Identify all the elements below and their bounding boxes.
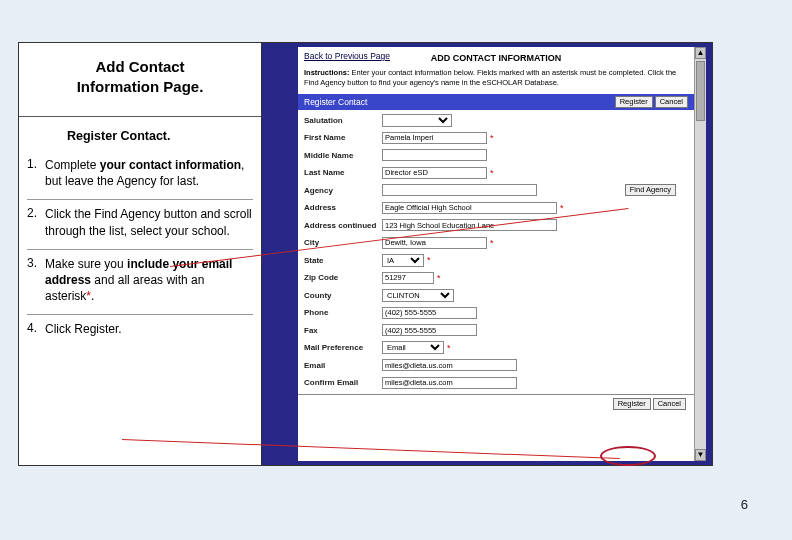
- scroll-thumb[interactable]: [696, 61, 705, 121]
- label-last: Last Name: [304, 168, 382, 177]
- salutation-select[interactable]: [382, 114, 452, 127]
- screenshot-panel: ▲ ▼ Back to Previous Page ADD CONTACT IN…: [262, 43, 712, 465]
- find-agency-button[interactable]: Find Agency: [625, 184, 676, 196]
- state-select[interactable]: IA: [382, 254, 424, 267]
- section-bar: Register Contact Register Cancel: [298, 94, 694, 110]
- step-1: 1. Complete your contact information, bu…: [27, 151, 253, 200]
- agency-field[interactable]: [382, 184, 537, 196]
- label-first: First Name: [304, 133, 382, 142]
- scroll-down-arrow[interactable]: ▼: [695, 449, 706, 461]
- label-phone: Phone: [304, 308, 382, 317]
- last-name-field[interactable]: [382, 167, 487, 179]
- cancel-button-top[interactable]: Cancel: [655, 96, 688, 108]
- instructions-panel: Add ContactInformation Page. Register Co…: [19, 43, 262, 465]
- step-text: Click Register.: [45, 321, 253, 337]
- step-4: 4. Click Register.: [27, 315, 253, 347]
- register-button-bottom[interactable]: Register: [613, 398, 651, 410]
- required-icon: *: [447, 343, 451, 353]
- cancel-button-bottom[interactable]: Cancel: [653, 398, 686, 410]
- page-number: 6: [741, 497, 748, 512]
- section-subhead: Register Contact.: [19, 117, 261, 149]
- label-address2: Address continued: [304, 221, 382, 230]
- label-county: County: [304, 291, 382, 300]
- label-email: Email: [304, 361, 382, 370]
- app-content: Back to Previous Page ADD CONTACT INFORM…: [298, 47, 694, 461]
- label-salutation: Salutation: [304, 116, 382, 125]
- city-field[interactable]: [382, 237, 487, 249]
- phone-field[interactable]: [382, 307, 477, 319]
- required-icon: *: [560, 203, 564, 213]
- email-field[interactable]: [382, 359, 517, 371]
- step-2: 2. Click the Find Agency button and scro…: [27, 200, 253, 249]
- label-state: State: [304, 256, 382, 265]
- label-zip: Zip Code: [304, 273, 382, 282]
- label-mailpref: Mail Preference: [304, 343, 382, 352]
- highlight-circle: [600, 446, 656, 466]
- label-fax: Fax: [304, 326, 382, 335]
- back-link[interactable]: Back to Previous Page: [304, 51, 390, 61]
- step-text: Click the Find Agency button and scroll …: [45, 206, 253, 238]
- scroll-up-arrow[interactable]: ▲: [695, 47, 706, 59]
- steps-list: 1. Complete your contact information, bu…: [19, 149, 261, 348]
- middle-name-field[interactable]: [382, 149, 487, 161]
- title-box: Add ContactInformation Page.: [19, 43, 261, 117]
- browser-window: ▲ ▼ Back to Previous Page ADD CONTACT IN…: [298, 47, 706, 461]
- register-button-top[interactable]: Register: [615, 96, 653, 108]
- required-icon: *: [437, 273, 441, 283]
- footer-buttons: Register Cancel: [298, 394, 694, 413]
- fax-field[interactable]: [382, 324, 477, 336]
- required-icon: *: [490, 168, 494, 178]
- required-icon: *: [427, 255, 431, 265]
- scrollbar[interactable]: ▲ ▼: [694, 47, 706, 461]
- step-number: 2.: [27, 206, 45, 238]
- step-text: Complete your contact information, but l…: [45, 157, 253, 189]
- step-number: 1.: [27, 157, 45, 189]
- label-middle: Middle Name: [304, 151, 382, 160]
- first-name-field[interactable]: [382, 132, 487, 144]
- required-icon: *: [490, 238, 494, 248]
- section-label: Register Contact: [304, 97, 367, 107]
- address-field[interactable]: [382, 202, 557, 214]
- confirm-email-field[interactable]: [382, 377, 517, 389]
- label-agency: Agency: [304, 186, 382, 195]
- zip-field[interactable]: [382, 272, 434, 284]
- label-address: Address: [304, 203, 382, 212]
- slide: Add ContactInformation Page. Register Co…: [18, 42, 713, 466]
- step-text: Make sure you include your email address…: [45, 256, 253, 305]
- instructions-text: Instructions: Enter your contact informa…: [304, 67, 688, 92]
- step-number: 4.: [27, 321, 45, 337]
- mailpref-select[interactable]: Email: [382, 341, 444, 354]
- step-number: 3.: [27, 256, 45, 305]
- page-title: Add ContactInformation Page.: [25, 57, 255, 96]
- label-cemail: Confirm Email: [304, 378, 382, 387]
- county-select[interactable]: CLINTON: [382, 289, 454, 302]
- app-header: Back to Previous Page ADD CONTACT INFORM…: [298, 47, 694, 94]
- contact-form: Salutation First Name* Middle Name Last …: [298, 110, 694, 394]
- required-icon: *: [490, 133, 494, 143]
